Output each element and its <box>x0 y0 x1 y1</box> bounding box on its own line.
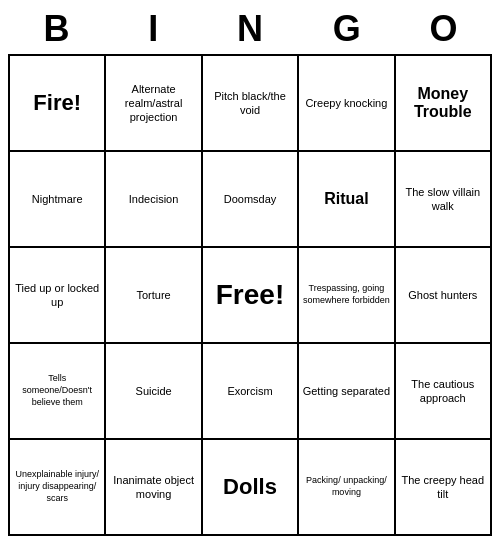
cell-text: Inanimate object moving <box>109 473 197 502</box>
cell-1-0: Nightmare <box>10 152 106 248</box>
cell-3-3: Getting separated <box>299 344 395 440</box>
cell-3-1: Suicide <box>106 344 202 440</box>
cell-text: Pitch black/the void <box>206 89 294 118</box>
cell-text: Ritual <box>324 190 368 208</box>
cell-2-3: Trespassing, going somewhere forbidden <box>299 248 395 344</box>
title-o: O <box>395 8 492 50</box>
cell-text: Getting separated <box>303 384 390 398</box>
cell-3-4: The cautious approach <box>396 344 492 440</box>
cell-text: The cautious approach <box>399 377 487 406</box>
cell-text: Ghost hunters <box>408 288 477 302</box>
cell-1-2: Doomsday <box>203 152 299 248</box>
cell-text: Trespassing, going somewhere forbidden <box>302 283 390 306</box>
cell-text: Suicide <box>136 384 172 398</box>
cell-2-4: Ghost hunters <box>396 248 492 344</box>
cell-text: Exorcism <box>227 384 272 398</box>
cell-3-0: Tells someone/Doesn't believe them <box>10 344 106 440</box>
cell-text: Fire! <box>33 90 81 116</box>
cell-3-2: Exorcism <box>203 344 299 440</box>
cell-text: Unexplainable injury/ injury disappearin… <box>13 469 101 504</box>
cell-1-4: The slow villain walk <box>396 152 492 248</box>
cell-4-0: Unexplainable injury/ injury disappearin… <box>10 440 106 536</box>
cell-2-0: Tied up or locked up <box>10 248 106 344</box>
cell-0-1: Alternate realm/astral projection <box>106 56 202 152</box>
title-b: B <box>8 8 105 50</box>
cell-text: Free! <box>216 279 284 311</box>
cell-2-2: Free! <box>203 248 299 344</box>
cell-4-3: Packing/ unpacking/ moving <box>299 440 395 536</box>
cell-text: The slow villain walk <box>399 185 487 214</box>
cell-text: Money Trouble <box>399 85 487 121</box>
title-i: I <box>105 8 202 50</box>
cell-text: Indecision <box>129 192 179 206</box>
title-g: G <box>298 8 395 50</box>
bingo-title: B I N G O <box>8 8 492 50</box>
cell-text: Tells someone/Doesn't believe them <box>13 373 101 408</box>
cell-0-2: Pitch black/the void <box>203 56 299 152</box>
cell-1-3: Ritual <box>299 152 395 248</box>
cell-text: Doomsday <box>224 192 277 206</box>
cell-text: Nightmare <box>32 192 83 206</box>
cell-text: Torture <box>136 288 170 302</box>
cell-text: Creepy knocking <box>305 96 387 110</box>
cell-text: Dolls <box>223 474 277 500</box>
cell-0-0: Fire! <box>10 56 106 152</box>
cell-1-1: Indecision <box>106 152 202 248</box>
title-n: N <box>202 8 299 50</box>
cell-2-1: Torture <box>106 248 202 344</box>
cell-4-2: Dolls <box>203 440 299 536</box>
cell-text: Tied up or locked up <box>13 281 101 310</box>
cell-text: Alternate realm/astral projection <box>109 82 197 125</box>
cell-text: The creepy head tilt <box>399 473 487 502</box>
cell-0-4: Money Trouble <box>396 56 492 152</box>
bingo-grid: Fire! Alternate realm/astral projection … <box>8 54 492 536</box>
cell-4-4: The creepy head tilt <box>396 440 492 536</box>
cell-4-1: Inanimate object moving <box>106 440 202 536</box>
cell-0-3: Creepy knocking <box>299 56 395 152</box>
cell-text: Packing/ unpacking/ moving <box>302 475 390 498</box>
